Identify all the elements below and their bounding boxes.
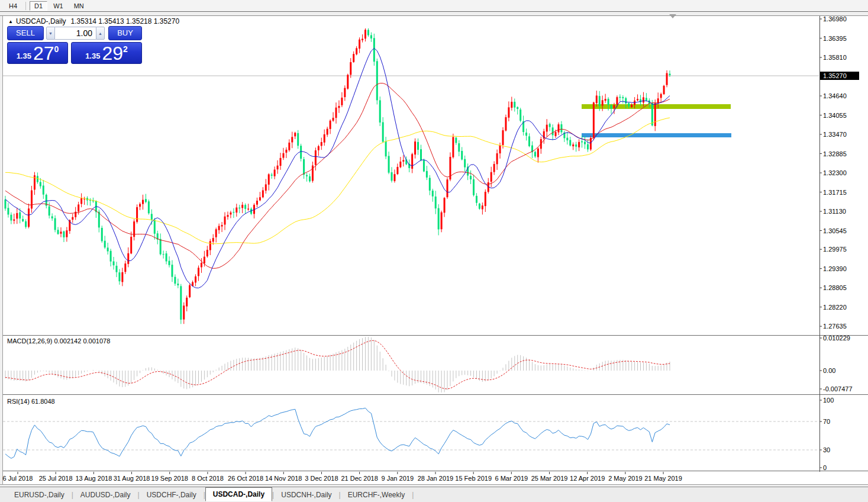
date-axis-label: 8 Oct 2018 [192,475,224,482]
price-axis-label: 1.32300 [823,169,847,176]
price-axis-label: 1.33470 [823,131,847,138]
date-axis-label: 31 Aug 2018 [114,475,150,482]
buy-button[interactable]: BUY [108,26,142,40]
sell-button[interactable]: SELL [7,26,44,40]
macd-signal-line [5,340,670,389]
price-axis-label: 1.31130 [823,208,846,215]
sell-price-pipette: 0 [54,44,59,54]
volume-input[interactable] [55,27,96,40]
buy-price-big: 29 [102,44,123,62]
chart-canvas[interactable] [0,0,868,502]
date-axis-label: 25 Jul 2018 [39,475,73,482]
rsi-axis-label: 0 [823,464,827,471]
chart-tab-bar: EURUSD-,Daily|AUDUSD-,Daily|USDCHF-,Dail… [0,487,868,502]
price-axis-label: 1.29975 [823,246,847,253]
chart-tab-eurusd[interactable]: EURUSD-,Daily [7,489,72,501]
buy-price-display[interactable]: 1.35292 [71,42,142,64]
macd-axis-label: 0.010229 [823,334,850,342]
ma-line-55 [5,118,670,244]
price-axis-label: 1.34640 [823,92,847,99]
price-axis-label: 1.28805 [823,284,847,291]
chart-title: ▲USDCAD-,Daily1.35314 1.35413 1.35218 1.… [8,17,179,25]
date-axis-label: 21 May 2019 [644,475,682,482]
price-axis-label: 1.36980 [823,15,847,22]
macd-axis-label: 0.00 [823,367,835,374]
chevron-down-icon: ▼ [49,31,53,36]
one-click-trading-panel: SELL ▼ ▲ BUY 1.35270 1.35292 [7,26,142,64]
price-axis-label: 1.36395 [823,35,847,42]
drawn-objects-layer[interactable] [582,104,731,137]
sell-price-main: 1.35 [17,52,31,60]
chart-tab-usdchf[interactable]: USDCHF-,Daily [140,489,204,501]
metatrader-window: H4D1W1MN ▲USDCAD-,Daily1.35314 1.35413 1… [0,0,868,502]
date-axis-label: 6 Jul 2018 [3,475,33,482]
chart-collapse-icon[interactable]: ▲ [8,19,13,24]
rsi-axis-label: 100 [823,397,834,404]
sell-price-big: 27 [33,44,54,62]
date-axis-label: 19 Sep 2018 [151,475,188,482]
price-axis-label: 1.32885 [823,150,847,157]
chart-tab-audusd[interactable]: AUDUSD-,Daily [73,489,138,501]
price-axis-label: 1.34055 [823,112,847,119]
macd-indicator-label: MACD(12,26,9) 0.002142 0.001078 [7,337,110,345]
rsi-line [5,408,670,458]
price-axis-label: 1.30545 [823,227,847,234]
current-price-tag: 1.35270 [820,72,859,80]
support-hline[interactable] [582,133,731,137]
buy-price-pipette: 2 [123,44,128,54]
chart-tab-usdcnh[interactable]: USDCNH-,Daily [274,489,338,501]
price-axis-label: 1.29390 [823,265,847,272]
rsi-pane-layer [3,408,819,458]
date-axis-label: 14 Nov 2018 [265,475,302,482]
moving-averages-layer [5,49,670,288]
price-axis-label: 1.27635 [823,323,847,330]
ma-line-10 [5,49,670,288]
date-axis-label: 9 Jan 2019 [382,475,414,482]
axis-ticks-layer [18,19,822,474]
date-axis-label: 25 Mar 2019 [531,475,568,482]
date-axis-label: 26 Oct 2018 [228,475,263,482]
rsi-indicator-label: RSI(14) 61.8048 [7,398,55,405]
date-axis-label: 6 Mar 2019 [495,475,528,482]
chevron-up-icon: ▲ [98,31,102,36]
chart-ohlc-values: 1.35314 1.35413 1.35218 1.35270 [71,17,180,25]
price-axis-label: 1.31715 [823,189,847,196]
sell-price-display[interactable]: 1.35270 [7,42,68,64]
candles-layer [5,28,671,324]
chart-symbol-period: USDCAD-,Daily [16,17,66,25]
chart-tab-eurchf[interactable]: EURCHF-,Weekly [341,489,412,501]
date-axis-label: 15 Feb 2019 [455,475,492,482]
rsi-axis-label: 30 [823,446,830,453]
date-axis-label: 21 Dec 2018 [341,475,377,482]
price-axis-label: 1.28220 [823,304,847,311]
volume-decrease-button[interactable]: ▼ [46,27,55,40]
chart-tab-usdcad[interactable]: USDCAD-,Daily [205,487,272,501]
volume-increase-button[interactable]: ▲ [96,27,105,40]
date-axis-label: 2 May 2019 [608,475,642,482]
macd-axis-label: -0.007477 [823,385,853,392]
chart-shift-marker-icon[interactable] [669,14,676,18]
date-axis-label: 3 Dec 2018 [305,475,338,482]
buy-price-main: 1.35 [85,52,100,60]
rsi-axis-label: 70 [823,418,830,425]
macd-pane-layer [5,337,670,392]
date-axis-label: 12 Apr 2019 [570,475,605,482]
date-axis-label: 13 Aug 2018 [75,475,112,482]
date-axis-label: 28 Jan 2019 [418,475,454,482]
price-axis-label: 1.35810 [823,54,847,61]
tab-separator: | [412,491,414,499]
resistance-hline[interactable] [582,104,731,109]
